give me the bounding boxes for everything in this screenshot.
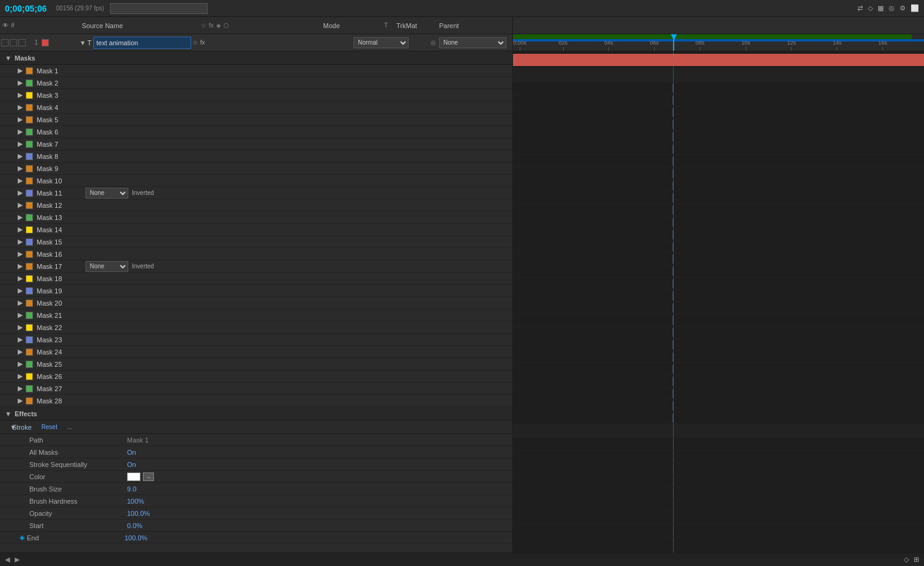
mask-row[interactable]: ▶ Mask 12	[0, 199, 512, 211]
mask-row[interactable]: ▶ Mask 21	[0, 309, 512, 322]
mask-expand-15[interactable]: ▶	[17, 250, 23, 258]
mask-expand-17[interactable]: ▶	[17, 274, 23, 282]
mask-row[interactable]: ▶ Mask 26	[0, 370, 512, 383]
mask-mode-select-16[interactable]: None	[85, 261, 128, 272]
mask-row[interactable]: ▶ Mask 20	[0, 297, 512, 309]
mask-color-16[interactable]	[26, 263, 33, 270]
mask-expand-4[interactable]: ▶	[17, 116, 23, 123]
prev-keyframe-btn[interactable]: ◀	[5, 556, 10, 564]
layer-shy-check[interactable]	[10, 39, 17, 46]
mask-row[interactable]: ▶ Mask 3	[0, 89, 512, 101]
mask-expand-5[interactable]: ▶	[17, 128, 23, 136]
stroke-expand-triangle[interactable]: ▼	[0, 424, 10, 431]
mask-color-27[interactable]	[26, 397, 33, 405]
mask-expand-7[interactable]: ▶	[17, 152, 23, 160]
brush-size-value[interactable]: 9.0	[127, 485, 136, 493]
layer-visibility-check[interactable]	[1, 39, 9, 46]
mask-row[interactable]: ▶ Mask 28	[0, 395, 512, 407]
mask-expand-3[interactable]: ▶	[17, 103, 23, 111]
mask-row[interactable]: ▶ Mask 2	[0, 77, 512, 89]
reset-button[interactable]: Reset	[42, 424, 57, 430]
mask-row[interactable]: ▶ Mask 10	[0, 175, 512, 187]
mask-color-23[interactable]	[26, 348, 33, 356]
mask-expand-9[interactable]: ▶	[17, 177, 23, 185]
mask-row[interactable]: ▶ Mask 14	[0, 224, 512, 236]
mask-row[interactable]: ▶ Mask 13	[0, 211, 512, 224]
mask-color-17[interactable]	[26, 275, 33, 282]
mask-expand-2[interactable]: ▶	[17, 91, 23, 99]
mask-color-7[interactable]	[26, 153, 33, 160]
mask-expand-12[interactable]: ▶	[17, 213, 23, 221]
mask-row[interactable]: ▶ Mask 18	[0, 273, 512, 285]
mask-expand-22[interactable]: ▶	[17, 336, 23, 344]
mask-row[interactable]: ▶ Mask 7	[0, 138, 512, 150]
mask-color-0[interactable]	[26, 67, 33, 75]
mask-expand-16[interactable]: ▶	[17, 262, 23, 270]
mask-row[interactable]: ▶ Mask 16	[0, 248, 512, 260]
mask-expand-26[interactable]: ▶	[17, 384, 23, 392]
mask-color-24[interactable]	[26, 361, 33, 368]
stroke-color-swatch[interactable]	[127, 472, 140, 481]
solo-star-icon[interactable]: ☆	[192, 39, 198, 46]
masks-expand-triangle[interactable]: ▼	[5, 54, 11, 62]
end-value[interactable]: 100.0%	[125, 534, 147, 542]
mask-color-11[interactable]	[26, 202, 33, 209]
mask-row[interactable]: ▶ Mask 25	[0, 358, 512, 370]
mode-dropdown[interactable]: Normal	[354, 37, 409, 48]
mask-row[interactable]: ▶ Mask 6	[0, 126, 512, 138]
mask-color-18[interactable]	[26, 287, 33, 295]
mask-color-22[interactable]	[26, 336, 33, 344]
mask-expand-18[interactable]: ▶	[17, 287, 23, 295]
brush-hardness-value[interactable]: 100%	[127, 498, 144, 505]
mask-expand-13[interactable]: ▶	[17, 226, 23, 233]
mask-expand-20[interactable]: ▶	[17, 311, 23, 319]
timeline-ruler[interactable]: 0:00s 02s 04s 06s 08s 10s 12s 14s 16s 18…	[513, 34, 924, 51]
mask-row[interactable]: ▶ Mask 9	[0, 163, 512, 175]
mask-row[interactable]: ▶ Mask 24	[0, 346, 512, 358]
mask-row[interactable]: ▶ Mask 19	[0, 285, 512, 297]
mask-color-2[interactable]	[26, 92, 33, 99]
motion-icon[interactable]: ◎	[889, 4, 895, 12]
graph-icon[interactable]: ◇	[868, 4, 873, 12]
start-value[interactable]: 0.0%	[127, 522, 142, 529]
mask-row[interactable]: ▶ Mask 23	[0, 334, 512, 346]
mask-color-6[interactable]	[26, 141, 33, 148]
mask-color-25[interactable]	[26, 373, 33, 380]
mask-row[interactable]: ▶ Mask 27	[0, 383, 512, 395]
mask-color-9[interactable]	[26, 177, 33, 185]
mask-expand-21[interactable]: ▶	[17, 323, 23, 331]
mask-expand-27[interactable]: ▶	[17, 397, 23, 405]
route-icon[interactable]: ⇄	[857, 4, 863, 12]
render-icon[interactable]: ▦	[878, 4, 884, 12]
mask-color-4[interactable]	[26, 116, 33, 123]
mask-color-26[interactable]	[26, 385, 33, 392]
mask-row[interactable]: ▶ Mask 17 None Inverted	[0, 260, 512, 273]
stroke-color-arrow[interactable]: →	[143, 472, 154, 481]
mask-color-21[interactable]	[26, 324, 33, 331]
next-keyframe-btn[interactable]: ▶	[15, 556, 20, 564]
mask-expand-1[interactable]: ▶	[17, 79, 23, 87]
mask-row[interactable]: ▶ Mask 22	[0, 322, 512, 334]
mask-row[interactable]: ▶ Mask 5	[0, 114, 512, 126]
mask-row[interactable]: ▶ Mask 15	[0, 236, 512, 248]
mask-expand-25[interactable]: ▶	[17, 372, 23, 380]
opacity-value[interactable]: 100.0%	[127, 510, 150, 517]
search-input[interactable]	[110, 3, 208, 14]
mask-mode-select-10[interactable]: None	[85, 188, 128, 199]
view-icon[interactable]: ⬜	[911, 4, 919, 12]
mask-expand-0[interactable]: ▶	[17, 67, 23, 75]
mask-color-1[interactable]	[26, 79, 33, 87]
mask-color-8[interactable]	[26, 165, 33, 172]
effects-expand-triangle[interactable]: ▼	[5, 410, 11, 417]
mask-color-15[interactable]	[26, 251, 33, 258]
fx-badge[interactable]: fx	[200, 39, 205, 46]
mask-color-14[interactable]	[26, 238, 33, 246]
mask-row[interactable]: ▶ Mask 1	[0, 65, 512, 77]
mask-color-10[interactable]	[26, 189, 33, 197]
mask-row[interactable]: ▶ Mask 4	[0, 101, 512, 114]
layer-name-input[interactable]	[93, 37, 191, 49]
timeline-zoom-control[interactable]: ⊞	[914, 556, 919, 564]
stroke-options-button[interactable]: ...	[67, 424, 72, 430]
mask-color-12[interactable]	[26, 214, 33, 221]
mask-expand-10[interactable]: ▶	[17, 189, 23, 197]
